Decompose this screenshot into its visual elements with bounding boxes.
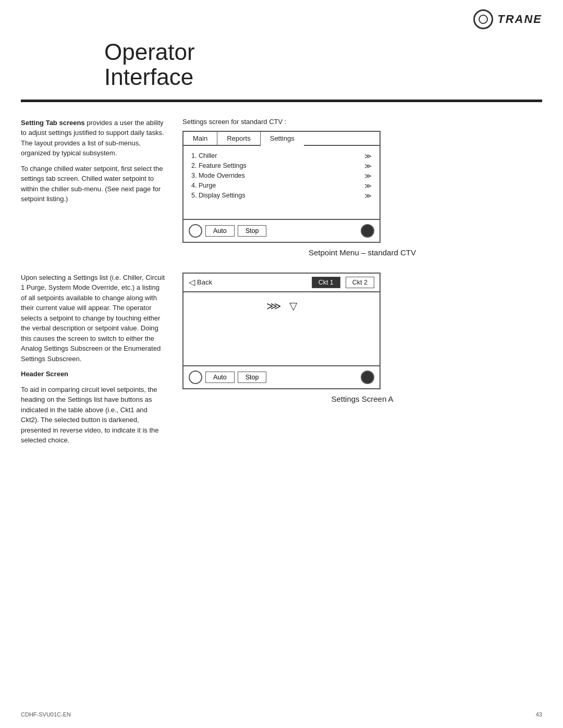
arrow-icon-5: ≫ <box>364 192 372 200</box>
menu-item-2[interactable]: 2. Feature Settings ≫ <box>191 161 372 171</box>
tab-settings[interactable]: Settings <box>261 132 304 146</box>
screen2-circle-left[interactable] <box>189 371 202 384</box>
screen2-mockup: ◁ Back Ckt 1 Ckt 2 ⋙ ▽ Auto Stop <box>182 273 381 389</box>
page-footer: CDHF-SVU01C-EN 43 <box>21 711 542 718</box>
arrow-icon-1: ≫ <box>364 152 372 160</box>
screen2-header: ◁ Back Ckt 1 Ckt 2 <box>183 274 380 292</box>
down-arrow-icon: ▽ <box>289 300 297 312</box>
section2-para2: To aid in comparing circuit level setpoi… <box>21 385 167 446</box>
page-number: 43 <box>536 711 542 718</box>
header-screen-bold: Header Screen <box>21 370 68 378</box>
logo-area: TRANE <box>473 9 542 29</box>
para1-bold: Setting Tab screens <box>21 119 85 127</box>
stop-button[interactable]: Stop <box>238 225 267 237</box>
page-header: TRANE <box>0 0 563 29</box>
menu-item-3[interactable]: 3. Mode Overrides ≫ <box>191 171 372 181</box>
menu-item-1[interactable]: 1. Chiller ≫ <box>191 151 372 161</box>
back-button[interactable]: ◁ Back <box>189 277 212 287</box>
title-line2: Interface <box>104 64 193 90</box>
trane-logo-icon <box>473 9 493 29</box>
auto-button[interactable]: Auto <box>205 225 235 237</box>
menu-item-5[interactable]: 5. Display Settings ≫ <box>191 191 372 201</box>
section2: Upon selecting a Settings list (i.e. Chi… <box>0 257 563 451</box>
screen2-circle-right[interactable] <box>361 371 374 384</box>
screen1-body: 1. Chiller ≫ 2. Feature Settings ≫ 3. Mo… <box>183 146 380 219</box>
arrow-icon-2: ≫ <box>364 162 372 170</box>
screen2-stop-button[interactable]: Stop <box>238 372 267 383</box>
doc-id: CDHF-SVU01C-EN <box>21 711 71 718</box>
arrow-icon-3: ≫ <box>364 172 372 180</box>
back-label: Back <box>197 278 212 286</box>
page-title-block: Operator Interface <box>0 29 563 90</box>
section2-para1: Upon selecting a Settings list (i.e. Chi… <box>21 273 167 364</box>
tab-main[interactable]: Main <box>183 132 217 145</box>
section2-right: ◁ Back Ckt 1 Ckt 2 ⋙ ▽ Auto Stop Settin <box>182 273 542 451</box>
section2-left: Upon selecting a Settings list (i.e. Chi… <box>21 273 167 451</box>
screen1-footer: Auto Stop <box>183 219 380 242</box>
section1-right: Settings screen for standard CTV : Main … <box>182 118 542 257</box>
sort-down-icon: ⋙ <box>266 300 281 312</box>
back-arrow-icon: ◁ <box>189 277 195 287</box>
para2: To change chilled water setpoint, first … <box>21 164 167 204</box>
section1-left: Setting Tab screens provides a user the … <box>21 118 167 257</box>
logo-text: TRANE <box>497 13 542 26</box>
screen1-mockup: Main Reports Settings 1. Chiller ≫ 2. Fe… <box>182 131 381 243</box>
screen1-label: Settings screen for standard CTV : <box>182 118 542 126</box>
ckt2-tab[interactable]: Ckt 2 <box>346 277 374 288</box>
screen1-caption: Setpoint Menu – standard CTV <box>182 248 542 257</box>
arrow-icon-4: ≫ <box>364 182 372 190</box>
circle-btn-right[interactable] <box>361 224 374 238</box>
screen2-footer: Auto Stop <box>183 365 380 388</box>
circle-btn-left[interactable] <box>189 224 202 238</box>
screen2-caption: Settings Screen A <box>182 394 542 403</box>
ckt1-tab[interactable]: Ckt 1 <box>312 277 340 288</box>
section1: Setting Tab screens provides a user the … <box>0 102 563 257</box>
screen2-body: ⋙ ▽ <box>183 292 380 365</box>
title-line1: Operator <box>104 39 195 65</box>
tab-reports[interactable]: Reports <box>217 132 261 145</box>
screen1-tabs: Main Reports Settings <box>183 132 380 146</box>
menu-item-4[interactable]: 4. Purge ≫ <box>191 181 372 191</box>
screen2-auto-button[interactable]: Auto <box>205 372 235 383</box>
